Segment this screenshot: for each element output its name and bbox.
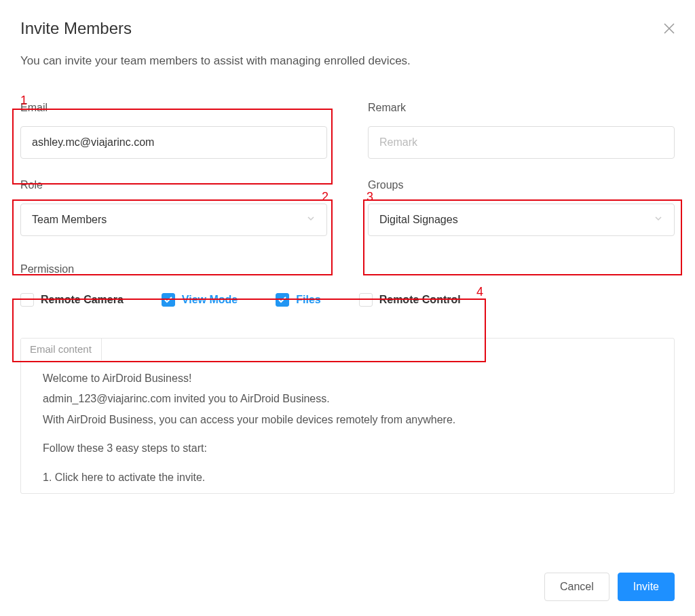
remark-label: Remark — [368, 102, 675, 114]
role-label: Role — [20, 179, 327, 191]
groups-field-group: Groups Digital Signages — [368, 179, 675, 236]
email-line2: admin_123@viajarinc.com invited you to A… — [43, 389, 652, 409]
form-grid: Email Remark Role Team Members Groups Di… — [20, 102, 675, 236]
email-input[interactable] — [20, 126, 327, 159]
email-step2-post: on your computer and sign in. — [271, 492, 417, 494]
role-selected-value: Team Members — [32, 214, 107, 226]
groups-selected-value: Digital Signages — [379, 214, 458, 226]
permission-label: Permission — [20, 263, 675, 275]
invite-members-modal: Invite Members You can invite your team … — [0, 0, 695, 616]
remark-field-group: Remark — [368, 102, 675, 159]
email-preview: Email content Welcome to AirDroid Busine… — [20, 338, 675, 494]
remote-control-label: Remote Control — [379, 294, 461, 306]
annotation-4: 4 — [476, 285, 483, 299]
close-icon[interactable] — [664, 23, 675, 37]
email-body: Welcome to AirDroid Business! admin_123@… — [21, 360, 674, 494]
email-step1: 1. Click here to activate the invite. — [43, 467, 652, 488]
remark-input[interactable] — [368, 126, 675, 159]
permission-remote-control: Remote Control — [359, 293, 461, 307]
files-checkbox[interactable] — [276, 293, 289, 307]
cancel-button[interactable]: Cancel — [544, 573, 609, 601]
remote-control-checkbox[interactable] — [359, 293, 373, 307]
view-mode-checkbox[interactable] — [162, 293, 175, 307]
email-label: Email — [20, 102, 327, 114]
permission-remote-camera: Remote Camera — [20, 293, 124, 307]
annotation-1: 1 — [20, 94, 27, 108]
role-select[interactable]: Team Members — [20, 204, 327, 236]
email-step2-pre: 2. Install the desktop client of — [43, 492, 185, 494]
view-mode-label: View Mode — [182, 294, 238, 306]
role-field-group: Role Team Members — [20, 179, 327, 236]
annotation-3: 3 — [367, 190, 373, 204]
email-line2-post: invited you to AirDroid Business. — [171, 393, 330, 404]
modal-subtitle: You can invite your team members to assi… — [20, 54, 675, 68]
email-step2: 2. Install the desktop client of AirDroi… — [43, 488, 652, 494]
email-inviter: admin_123@viajarinc.com — [43, 393, 171, 404]
footer: Cancel Invite — [544, 573, 675, 601]
email-content-tab[interactable]: Email content — [20, 338, 102, 360]
groups-label: Groups — [368, 179, 675, 191]
chevron-down-icon — [306, 214, 316, 226]
remote-camera-label: Remote Camera — [41, 294, 124, 306]
permission-checkbox-row: Remote Camera View Mode Files Remote Con… — [20, 293, 675, 307]
invite-button[interactable]: Invite — [618, 573, 675, 601]
email-steps-intro: Follow these 3 easy steps to start: — [43, 438, 652, 459]
permission-section: Permission Remote Camera View Mode Files — [20, 263, 675, 307]
permission-files: Files — [276, 293, 320, 307]
modal-title: Invite Members — [20, 19, 675, 38]
permission-view-mode: View Mode — [162, 293, 238, 307]
email-line3: With AirDroid Business, you can access y… — [43, 410, 652, 430]
email-field-group: Email — [20, 102, 327, 159]
groups-select[interactable]: Digital Signages — [368, 204, 675, 236]
email-line1: Welcome to AirDroid Business! — [43, 368, 652, 389]
airdroid-business-link[interactable]: AirDroid Business — [185, 492, 271, 494]
files-label: Files — [296, 294, 320, 306]
chevron-down-icon — [654, 214, 663, 226]
annotation-2: 2 — [322, 190, 328, 204]
remote-camera-checkbox[interactable] — [20, 293, 34, 307]
